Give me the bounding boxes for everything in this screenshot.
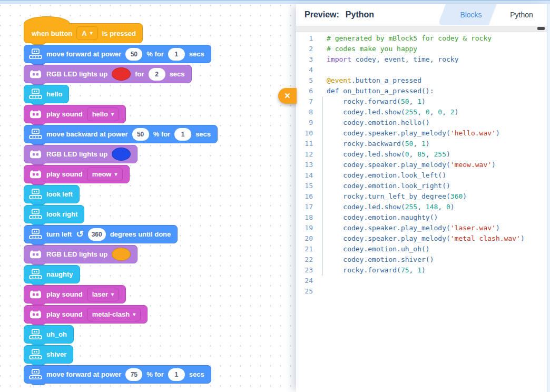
code-token: 'meow.wav' bbox=[450, 161, 492, 169]
code-token: codey.speaker.play_melody( bbox=[327, 161, 450, 169]
code-token: 255 bbox=[405, 203, 417, 211]
ccw-arrow-icon: ↺ bbox=[76, 230, 83, 239]
code-token: , bbox=[430, 108, 438, 116]
code-token: # generated by mBlock5 for codey & rocky bbox=[327, 34, 492, 42]
code-token: rocky.forward( bbox=[327, 97, 401, 105]
block-label: play sound bbox=[46, 110, 83, 118]
block-play-sound-laser[interactable]: play soundlaser▾ bbox=[24, 285, 126, 303]
code-line-content: rocky.forward(50, 1) bbox=[319, 96, 547, 107]
code-token: codey.led.show( bbox=[327, 150, 405, 158]
block-move-forward-75[interactable]: move forward at power75% for1secs bbox=[24, 365, 211, 384]
code-editor[interactable]: 1# generated by mBlock5 for codey & rock… bbox=[296, 26, 547, 392]
block-emotion-shiver[interactable]: shiver bbox=[24, 345, 73, 364]
number-input[interactable]: 1 bbox=[174, 128, 191, 141]
block-label: move forward at power bbox=[46, 50, 121, 58]
code-token: codey.emotion.naughty() bbox=[327, 213, 438, 221]
block-label: play sound bbox=[46, 170, 83, 178]
tab-blocks[interactable]: Blocks bbox=[446, 4, 496, 25]
code-token: , bbox=[413, 140, 421, 148]
preview-tabs: Blocks Python bbox=[446, 4, 547, 25]
block-play-sound-hello[interactable]: play soundhello▾ bbox=[24, 105, 126, 123]
number-input[interactable]: 360 bbox=[88, 228, 106, 241]
preview-title: Preview:Python bbox=[305, 10, 374, 19]
block-connector-bump bbox=[31, 383, 45, 385]
code-line-content: # generated by mBlock5 for codey & rocky bbox=[319, 33, 547, 44]
block-play-sound-metal-clash[interactable]: play soundmetal-clash▾ bbox=[24, 305, 148, 324]
codey-face-icon bbox=[29, 68, 42, 80]
block-label: naughty bbox=[46, 270, 73, 278]
code-token: def bbox=[327, 87, 339, 95]
color-input[interactable] bbox=[112, 248, 131, 261]
block-label: secs bbox=[189, 50, 204, 58]
code-token: 255 bbox=[434, 150, 446, 158]
code-line: 9 codey.emotion.hello() bbox=[296, 117, 547, 128]
code-token: import bbox=[327, 55, 351, 63]
code-line-content: rocky.forward(75, 1) bbox=[319, 265, 547, 276]
code-token: 0 bbox=[426, 108, 430, 116]
number-input[interactable]: 1 bbox=[168, 368, 185, 381]
code-line: 12 codey.led.show(0, 85, 255) bbox=[296, 149, 547, 160]
code-token: ) bbox=[450, 203, 455, 211]
block-emotion-look-right[interactable]: look right bbox=[24, 205, 84, 223]
block-emotion-naughty[interactable]: naughty bbox=[24, 265, 80, 283]
dropdown-input[interactable]: metal-clash▾ bbox=[87, 308, 141, 321]
line-number: 8 bbox=[296, 107, 319, 117]
code-line-content: codey.speaker.play_melody('laser.wav') bbox=[319, 223, 547, 233]
rocky-robot-icon bbox=[29, 369, 42, 380]
number-input[interactable]: 50 bbox=[125, 48, 142, 61]
block-rgb-led-blue[interactable]: RGB LED lights up bbox=[24, 145, 138, 163]
code-token: 255 bbox=[405, 108, 417, 116]
block-rgb-led-orange[interactable]: RGB LED lights up bbox=[24, 245, 138, 263]
code-token: 85 bbox=[417, 150, 426, 158]
code-token: .button_a_pressed bbox=[351, 76, 421, 84]
dropdown-input[interactable]: A▾ bbox=[76, 26, 97, 40]
line-number: 4 bbox=[296, 65, 319, 75]
line-number: 13 bbox=[296, 160, 319, 170]
number-input[interactable]: 75 bbox=[125, 368, 142, 381]
code-token: codey.emotion.hello() bbox=[327, 119, 430, 126]
block-move-forward[interactable]: move forward at power50% for1secs bbox=[24, 45, 211, 63]
number-input[interactable]: 2 bbox=[149, 68, 165, 81]
code-token: 2 bbox=[450, 108, 455, 116]
code-token: , bbox=[438, 203, 446, 211]
code-line-content: rocky.turn_left_by_degree(360) bbox=[319, 191, 547, 202]
block-label: uh_oh bbox=[46, 330, 67, 338]
close-preview-button[interactable]: ✕ bbox=[278, 88, 297, 104]
block-move-backward[interactable]: move backward at power50% for1secs bbox=[24, 125, 218, 143]
indent-guide bbox=[322, 96, 323, 276]
block-when-button-pressed[interactable]: when buttonA▾is pressed bbox=[24, 23, 143, 43]
number-input[interactable]: 1 bbox=[168, 48, 185, 61]
codey-face-icon bbox=[29, 169, 42, 180]
code-line-content: codey.emotion.shiver() bbox=[319, 254, 547, 265]
block-rgb-led-timed[interactable]: RGB LED lights upfor2secs bbox=[24, 65, 192, 83]
code-scrollbar-thumb[interactable] bbox=[537, 27, 545, 30]
dropdown-input[interactable]: laser▾ bbox=[87, 288, 119, 301]
line-number: 6 bbox=[296, 86, 319, 96]
number-input[interactable]: 50 bbox=[132, 128, 149, 141]
dropdown-input[interactable]: hello▾ bbox=[87, 107, 119, 121]
block-play-sound-meow[interactable]: play soundmeow▾ bbox=[24, 165, 130, 183]
block-emotion-uh-oh[interactable]: uh_oh bbox=[24, 325, 74, 344]
code-token: 75 bbox=[401, 266, 409, 274]
block-emotion-look-left[interactable]: look left bbox=[24, 185, 80, 203]
code-token: on_button_a_pressed(): bbox=[339, 87, 434, 95]
code-line: 21 codey.emotion.uh_oh() bbox=[296, 244, 547, 254]
tab-python[interactable]: Python bbox=[496, 4, 547, 25]
block-label: look right bbox=[46, 210, 77, 218]
block-emotion-hello[interactable]: hello bbox=[24, 85, 69, 103]
code-line: 25 bbox=[296, 286, 547, 297]
color-input[interactable] bbox=[112, 67, 131, 81]
code-token: , bbox=[409, 97, 418, 105]
chevron-down-icon: ▾ bbox=[90, 31, 93, 36]
code-token: , bbox=[417, 108, 426, 116]
dropdown-value: hello bbox=[92, 110, 108, 118]
code-token: codey.emotion.look_right() bbox=[327, 182, 450, 190]
color-input[interactable] bbox=[112, 148, 131, 161]
code-scrollbar-track bbox=[296, 26, 547, 32]
block-label: degrees until done bbox=[110, 230, 171, 238]
block-label: % for bbox=[153, 130, 171, 138]
dropdown-input[interactable]: meow▾ bbox=[87, 168, 123, 181]
code-token: , bbox=[426, 150, 434, 158]
code-line: 14 codey.emotion.look_left() bbox=[296, 170, 547, 181]
block-turn-left-degrees[interactable]: turn left↺360degrees until done bbox=[24, 225, 178, 243]
